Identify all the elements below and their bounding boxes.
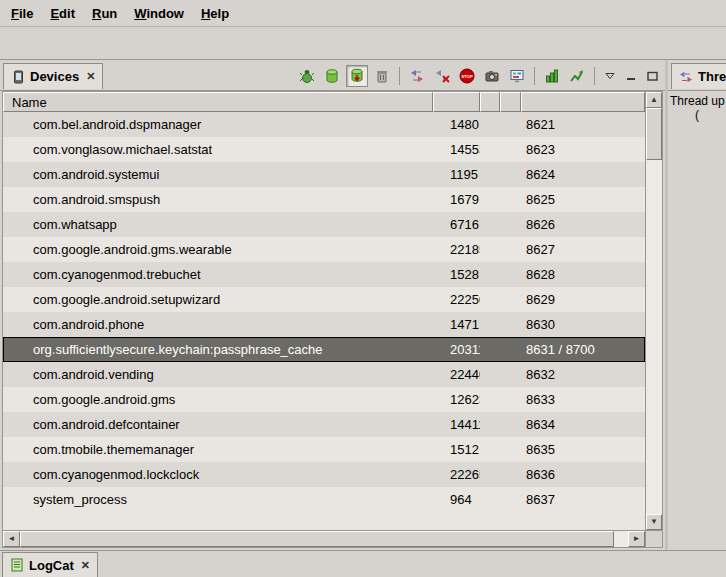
close-icon[interactable]: ✕ — [84, 70, 95, 83]
cell-port: 8635 — [521, 442, 645, 457]
view-hierarchy-icon[interactable] — [506, 65, 528, 87]
table-row[interactable]: com.android.smspush16798625 — [3, 187, 645, 212]
table-row[interactable]: com.android.vending224408632 — [3, 362, 645, 387]
cause-gc-icon[interactable] — [371, 65, 393, 87]
cell-port: 8628 — [521, 267, 645, 282]
tab-logcat-label: LogCat — [29, 558, 74, 573]
cell-pid: 22185 — [433, 242, 480, 257]
cell-process-name: com.android.vending — [3, 367, 433, 382]
method-profiling-icon[interactable] — [541, 65, 563, 87]
toolbar-separator — [399, 67, 400, 85]
table-row[interactable]: com.tmobile.thememanager15128635 — [3, 437, 645, 462]
vertical-scroll-thumb[interactable] — [646, 108, 662, 160]
logcat-tabbar: LogCat ✕ — [0, 550, 726, 577]
table-row[interactable]: com.android.systemui11958624 — [3, 162, 645, 187]
devices-tabbar: Devices ✕ — [0, 60, 665, 91]
maximize-icon[interactable] — [643, 67, 661, 85]
cell-process-name: com.tmobile.thememanager — [3, 442, 433, 457]
table-row[interactable]: com.vonglasow.michael.satstat145538623 — [3, 137, 645, 162]
cell-process-name: com.whatsapp — [3, 217, 433, 232]
tab-devices[interactable]: Devices ✕ — [3, 63, 103, 89]
cell-process-name: com.android.phone — [3, 317, 433, 332]
debug-process-icon[interactable] — [296, 65, 318, 87]
column-header-empty[interactable] — [480, 92, 500, 112]
tab-threads-label: Threads — [698, 69, 726, 84]
tracing-icon[interactable] — [566, 65, 588, 87]
cell-pid: 1471 — [433, 317, 480, 332]
cell-pid: 6716 — [433, 217, 480, 232]
table-row[interactable]: org.sufficientlysecure.keychain:passphra… — [3, 337, 645, 362]
cell-port: 8621 — [521, 117, 645, 132]
column-header-port[interactable] — [521, 92, 645, 112]
menu-edit[interactable]: Edit — [43, 3, 85, 24]
cell-port: 8623 — [521, 142, 645, 157]
devices-view: Devices ✕ — [0, 60, 668, 550]
scroll-left-icon[interactable]: ◄ — [3, 531, 20, 547]
update-heap-icon[interactable] — [321, 65, 343, 87]
table-row[interactable]: com.cyanogenmod.trebuchet15288628 — [3, 262, 645, 287]
scroll-right-icon[interactable]: ► — [628, 531, 645, 547]
devices-toolbar: STOP — [296, 65, 663, 87]
dump-hprof-icon[interactable] — [346, 65, 368, 87]
tab-logcat[interactable]: LogCat ✕ — [2, 552, 98, 577]
vertical-scroll-track[interactable] — [646, 160, 662, 514]
cell-port: 8626 — [521, 217, 645, 232]
table-row[interactable]: com.bel.android.dspmanager14808621 — [3, 112, 645, 137]
update-threads-icon[interactable] — [406, 65, 428, 87]
table-header: Name — [3, 92, 645, 112]
menubar: File Edit Run Window Help — [0, 0, 726, 27]
table-row[interactable]: com.cyanogenmod.lockclock222658636 — [3, 462, 645, 487]
cell-pid: 1512 — [433, 442, 480, 457]
cell-process-name: com.android.systemui — [3, 167, 433, 182]
cell-process-name: org.sufficientlysecure.keychain:passphra… — [3, 342, 433, 357]
cell-port: 8625 — [521, 192, 645, 207]
view-menu-icon[interactable] — [601, 67, 619, 85]
threads-tab-icon — [679, 70, 693, 84]
scroll-down-icon[interactable]: ▼ — [646, 514, 662, 530]
cell-port: 8629 — [521, 292, 645, 307]
column-header-pid[interactable] — [433, 92, 480, 112]
cell-pid: 22265 — [433, 467, 480, 482]
table-row[interactable]: com.google.android.setupwizard222508629 — [3, 287, 645, 312]
table-row[interactable]: com.whatsapp67168626 — [3, 212, 645, 237]
cell-process-name: com.google.android.gms.wearable — [3, 242, 433, 257]
cell-port: 8627 — [521, 242, 645, 257]
cell-port: 8624 — [521, 167, 645, 182]
tab-threads[interactable]: Threads — [671, 63, 726, 89]
menu-help[interactable]: Help — [194, 3, 239, 24]
table-row[interactable]: com.android.defcontainer144118634 — [3, 412, 645, 437]
column-header-empty[interactable] — [500, 92, 521, 112]
cell-port: 8637 — [521, 492, 645, 507]
threads-content: Thread up ( — [668, 91, 726, 550]
menu-file[interactable]: File — [4, 3, 43, 24]
scrollbar-corner — [645, 530, 662, 547]
cell-process-name: com.google.android.setupwizard — [3, 292, 433, 307]
stop-threads-icon[interactable] — [431, 65, 453, 87]
close-icon[interactable]: ✕ — [79, 559, 90, 572]
screen-capture-icon[interactable] — [481, 65, 503, 87]
eclipse-ddms-window: File Edit Run Window Help Devices ✕ — [0, 0, 726, 577]
cell-port: 8634 — [521, 417, 645, 432]
table-row[interactable]: com.google.android.gms.wearable221858627 — [3, 237, 645, 262]
table-content: Name com.bel.android.dspmanager14808621c… — [3, 92, 645, 530]
table-row[interactable]: com.android.phone14718630 — [3, 312, 645, 337]
horizontal-scrollbar[interactable]: ◄ ► — [3, 530, 645, 547]
cell-process-name: com.google.android.gms — [3, 392, 433, 407]
cell-pid: 22440 — [433, 367, 480, 382]
cell-process-name: system_process — [3, 492, 433, 507]
table-row[interactable]: com.google.android.gms126238633 — [3, 387, 645, 412]
device-process-table: Name com.bel.android.dspmanager14808621c… — [2, 91, 663, 548]
cell-port: 8633 — [521, 392, 645, 407]
table-row[interactable]: system_process9648637 — [3, 487, 645, 512]
cell-process-name: com.cyanogenmod.trebuchet — [3, 267, 433, 282]
column-header-name[interactable]: Name — [3, 92, 433, 112]
cell-port: 8632 — [521, 367, 645, 382]
vertical-scrollbar[interactable]: ▲ ▼ — [645, 92, 662, 530]
stop-process-icon[interactable]: STOP — [456, 65, 478, 87]
scroll-up-icon[interactable]: ▲ — [646, 92, 662, 108]
menu-window[interactable]: Window — [127, 3, 194, 24]
threads-message-line2: ( — [670, 108, 724, 122]
menu-run[interactable]: Run — [85, 3, 127, 24]
minimize-icon[interactable] — [622, 67, 640, 85]
horizontal-scroll-thumb[interactable] — [20, 531, 614, 547]
